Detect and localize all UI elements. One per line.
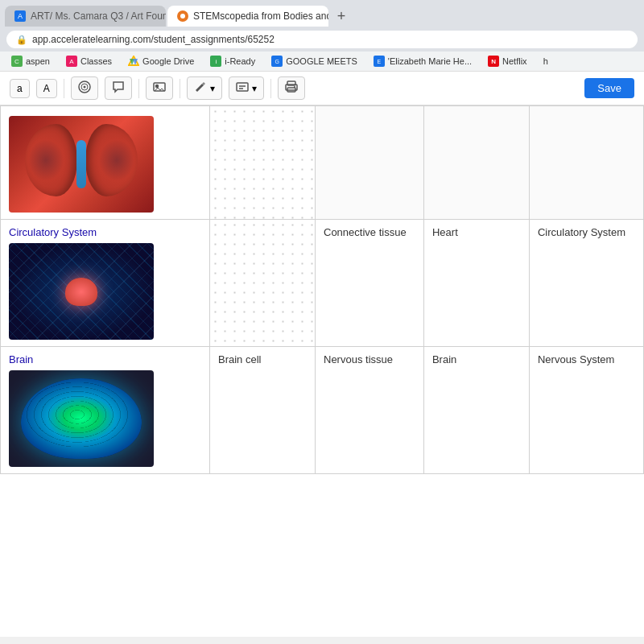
heart-center — [65, 278, 97, 306]
pen-icon — [194, 80, 207, 96]
bookmark-netflix-label: Netflix — [502, 56, 527, 66]
edit-dropdown-icon: ▾ — [252, 83, 257, 94]
circulatory-col2 — [210, 220, 316, 347]
connective-tissue-text: Connective tissue — [324, 226, 407, 238]
bookmark-gdrive[interactable]: Google Drive — [123, 54, 199, 68]
print-button[interactable] — [278, 76, 305, 100]
tab-art-label: ART/ Ms. Camara Q3 / Art Foun... — [31, 10, 166, 22]
nervous-system-text: Nervous System — [538, 353, 614, 365]
font-small-label: a — [17, 83, 23, 94]
pen-dropdown-icon: ▾ — [210, 83, 215, 94]
bookmark-h-label: h — [543, 56, 548, 66]
kidney-image-cell — [1, 106, 210, 220]
brain-shape — [21, 378, 142, 459]
bookmark-classes-label: Classes — [80, 56, 112, 66]
bookmark-iready-icon: i — [210, 56, 221, 67]
image-button[interactable] — [146, 76, 173, 100]
toolbar: a A — [0, 72, 644, 105]
bookmark-iready-label: i-Ready — [225, 56, 255, 66]
table-row — [1, 106, 644, 220]
circulatory-image — [9, 243, 154, 340]
kidney-tube — [76, 140, 86, 188]
tab-stem[interactable]: STEMscopedia from Bodies and ... ✕ — [167, 6, 328, 27]
svg-rect-10 — [237, 83, 248, 91]
pen-button[interactable]: ▾ — [187, 76, 222, 100]
bookmark-h[interactable]: h — [539, 55, 553, 68]
bookmarks-bar: C aspen A Classes Google Drive i i-Ready… — [0, 52, 644, 72]
audio-button[interactable] — [71, 76, 98, 100]
address-text: app.acceleratelearning.com/student_assig… — [32, 34, 275, 45]
comment-button[interactable] — [105, 76, 132, 100]
print-icon — [285, 80, 298, 96]
brain-folds — [21, 378, 134, 451]
brain-col5: Nervous System — [529, 347, 643, 474]
kidney-col5 — [529, 106, 643, 220]
comment-icon — [112, 80, 125, 96]
circulatory-visual — [9, 243, 154, 340]
font-large-label: A — [43, 83, 50, 94]
svg-point-16 — [294, 86, 295, 88]
bookmark-elizabeth-label: 'Elizabeth Marie He... — [388, 56, 472, 66]
bookmark-aspen[interactable]: C aspen — [6, 54, 55, 68]
bookmark-gmeets-label: GOOGLE MEETS — [286, 56, 357, 66]
brain-cell-text: Brain cell — [218, 353, 261, 365]
circulatory-col3: Connective tissue — [316, 220, 424, 347]
image-icon — [153, 80, 166, 96]
kidney-right — [85, 124, 138, 196]
kidney-image — [9, 116, 154, 213]
tab-stem-label: STEMscopedia from Bodies and ... — [193, 10, 328, 22]
brain-label: Brain — [9, 353, 201, 365]
tab-art-icon: A — [14, 10, 26, 22]
kidney-col3 — [316, 106, 424, 220]
heart-text: Heart — [432, 226, 458, 238]
brain-col4: Brain — [423, 347, 529, 474]
circulatory-image-cell: Circulatory System — [1, 220, 210, 347]
bookmark-aspen-icon: C — [11, 56, 23, 67]
circulatory-label: Circulatory System — [9, 226, 201, 238]
toolbar-separator-1 — [64, 79, 64, 98]
bookmark-gmeets-icon: G — [271, 56, 283, 67]
bookmark-elizabeth[interactable]: E 'Elizabeth Marie He... — [369, 54, 477, 68]
edit-icon — [236, 80, 249, 96]
address-bar[interactable]: 🔒 app.acceleratelearning.com/student_ass… — [6, 31, 638, 48]
toolbar-separator-2 — [138, 79, 139, 98]
lock-icon: 🔒 — [16, 35, 27, 45]
brain-visual — [9, 370, 154, 467]
kidney-col4 — [423, 106, 529, 220]
circulatory-col4: Heart — [423, 220, 529, 347]
bookmark-gdrive-label: Google Drive — [142, 56, 194, 66]
brain-col2: Brain cell — [210, 347, 316, 474]
svg-point-9 — [155, 85, 158, 88]
brain-image — [9, 370, 154, 467]
brain-image-cell: Brain — [1, 347, 210, 474]
toolbar-separator-3 — [180, 79, 180, 98]
bookmark-gdrive-icon — [128, 56, 139, 67]
svg-point-7 — [83, 86, 85, 89]
toolbar-separator-4 — [270, 79, 271, 98]
font-small-button[interactable]: a — [10, 79, 30, 98]
circulatory-col5: Circulatory System — [529, 220, 643, 347]
svg-point-1 — [180, 14, 185, 19]
circulatory-system-text: Circulatory System — [538, 226, 625, 238]
bookmark-classes[interactable]: A Classes — [61, 54, 117, 68]
kidney-visual — [9, 116, 154, 213]
brain-col3: Nervous tissue — [316, 347, 424, 474]
tab-art[interactable]: A ART/ Ms. Camara Q3 / Art Foun... ✕ — [5, 6, 166, 27]
audio-icon — [78, 80, 91, 96]
brain-text: Brain — [432, 353, 456, 365]
table-row: Brain Brain cell Nervous tissue — [1, 347, 644, 474]
bookmark-gmeets[interactable]: G GOOGLE MEETS — [266, 54, 362, 68]
table-row: Circulatory System Connective tissue Hea… — [1, 220, 644, 347]
kidney-col2 — [210, 106, 316, 220]
bookmark-classes-icon: A — [66, 56, 77, 67]
save-button[interactable]: Save — [584, 78, 634, 98]
browser-chrome: A ART/ Ms. Camara Q3 / Art Foun... ✕ STE… — [0, 0, 644, 72]
bookmark-iready[interactable]: i i-Ready — [205, 54, 260, 68]
new-tab-button[interactable]: + — [330, 5, 353, 27]
kidney-left — [25, 124, 77, 196]
tab-stem-icon — [177, 10, 188, 22]
font-large-button[interactable]: A — [36, 79, 57, 98]
bookmark-netflix-icon: N — [488, 56, 499, 67]
edit-button[interactable]: ▾ — [229, 76, 264, 100]
bookmark-netflix[interactable]: N Netflix — [483, 54, 532, 68]
